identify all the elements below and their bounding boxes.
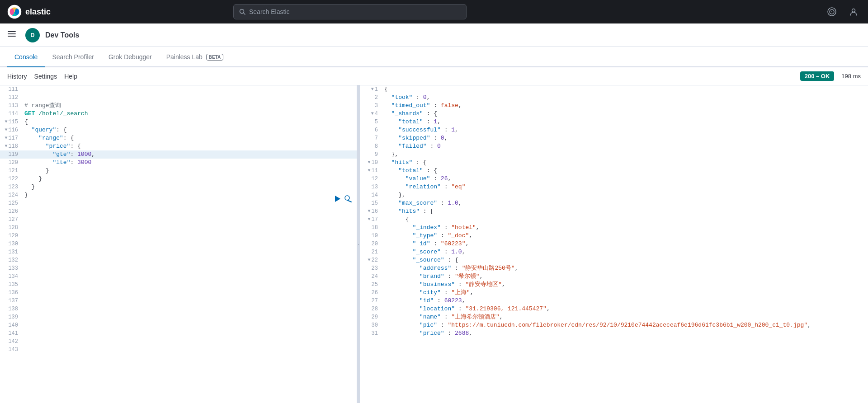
response-line-content: "_shards" : { [382, 110, 437, 118]
line-number: 113 [0, 102, 23, 110]
editor-line: 127 [0, 216, 357, 224]
editor-line: 114GET /hotel/_search [0, 110, 357, 118]
fold-arrow-icon[interactable]: ▼ [5, 142, 7, 150]
response-line: 24 "brand" : "希尔顿", [360, 272, 868, 281]
run-icon[interactable] [333, 195, 341, 205]
editor-line: 113# range查询 [0, 102, 357, 110]
code-editor[interactable]: 111112113# range查询114GET /hotel/_search▼… [0, 85, 357, 403]
response-line: 7 "skipped" : 0, [360, 134, 868, 142]
response-line-number: 12 [360, 175, 382, 183]
line-content: } [23, 183, 35, 191]
line-content: # range查询 [23, 102, 61, 110]
response-line-content: "timed_out" : false, [382, 102, 462, 110]
response-line-content: "name" : "上海希尔顿酒店", [382, 313, 503, 321]
response-line-number: 26 [360, 289, 382, 297]
fold-arrow-icon[interactable]: ▼ [5, 118, 7, 126]
user-icon[interactable] [846, 5, 861, 19]
response-line-number: 13 [360, 183, 382, 191]
line-number: ▼116 [0, 126, 23, 134]
line-number: 119 [0, 150, 23, 159]
response-line-number: 14 [360, 191, 382, 199]
line-number: 131 [0, 248, 23, 256]
response-line-content: "hits" : { [382, 159, 427, 167]
response-line: ▼1{ [360, 85, 868, 94]
svg-point-4 [15, 9, 19, 15]
response-line-content: "total" : { [382, 167, 437, 175]
tab-search-profiler[interactable]: Search Profiler [45, 47, 101, 67]
response-line-number: ▼4 [360, 110, 382, 118]
response-line-number: 27 [360, 297, 382, 305]
response-line-content: "total" : 1, [382, 118, 441, 126]
response-line-number: ▼10 [360, 159, 382, 167]
main-area: 111112113# range查询114GET /hotel/_search▼… [0, 85, 868, 403]
svg-point-9 [831, 11, 832, 12]
alert-icon[interactable] [825, 5, 839, 19]
line-number: 137 [0, 297, 23, 305]
response-line: 15 "max_score" : 1.0, [360, 199, 868, 207]
fold-arrow-icon[interactable]: ▼ [5, 126, 7, 134]
response-line: 26 "city" : "上海", [360, 289, 868, 297]
line-number: 139 [0, 313, 23, 321]
line-content: { [23, 118, 28, 126]
history-button[interactable]: History [7, 73, 27, 80]
response-line-number: ▼16 [360, 207, 382, 216]
response-line-number: 30 [360, 321, 382, 329]
response-line-content: { [382, 85, 388, 94]
fold-arrow-icon[interactable]: ▼ [368, 207, 371, 216]
response-line: 2 "took" : 0, [360, 94, 868, 102]
tab-console[interactable]: Console [7, 47, 45, 67]
tabs-bar: Console Search Profiler Grok Debugger Pa… [0, 47, 868, 67]
user-avatar[interactable]: D [25, 28, 40, 42]
response-line-number: 18 [360, 224, 382, 232]
response-line: 25 "business" : "静安寺地区", [360, 281, 868, 289]
fold-arrow-icon[interactable]: ▼ [368, 216, 371, 224]
hamburger-menu[interactable] [7, 29, 16, 41]
fold-arrow-icon[interactable]: ▼ [368, 256, 371, 264]
response-line-number: 24 [360, 272, 382, 281]
response-line-content: }, [382, 191, 406, 199]
line-number: 130 [0, 240, 23, 248]
editor-line: 129 [0, 232, 357, 240]
fold-arrow-icon[interactable]: ▼ [368, 159, 371, 167]
response-line: 3 "timed_out" : false, [360, 102, 868, 110]
svg-marker-14 [335, 196, 340, 202]
line-number: 125 [0, 199, 23, 207]
line-number: 114 [0, 110, 23, 118]
help-button[interactable]: Help [64, 73, 77, 80]
editor-action-icons [333, 195, 352, 205]
svg-point-10 [852, 9, 855, 12]
editor-line: 139 [0, 313, 357, 321]
response-line-content: { [382, 216, 409, 224]
editor-line: 124} [0, 191, 357, 199]
fold-arrow-icon[interactable]: ▼ [5, 134, 7, 142]
response-line: 29 "name" : "上海希尔顿酒店", [360, 313, 868, 321]
editor-line: 112 [0, 94, 357, 102]
fold-arrow-icon[interactable]: ▼ [368, 167, 371, 175]
editor-line: 138 [0, 305, 357, 313]
response-line-content: "took" : 0, [382, 94, 430, 102]
fold-arrow-icon[interactable]: ▼ [371, 85, 374, 94]
settings-button[interactable]: Settings [34, 73, 57, 80]
tab-grok-debugger[interactable]: Grok Debugger [101, 47, 159, 67]
response-line: 14 }, [360, 191, 868, 199]
editor-line: 136 [0, 289, 357, 297]
line-number: ▼115 [0, 118, 23, 126]
elastic-logo[interactable]: elastic [7, 5, 51, 19]
tab-painless-lab[interactable]: Painless Lab BETA [159, 47, 231, 67]
response-line-content: "city" : "上海", [382, 289, 474, 297]
response-line-content: "brand" : "希尔顿", [382, 272, 483, 281]
fold-arrow-icon[interactable]: ▼ [371, 110, 374, 118]
response-line-number: 31 [360, 329, 382, 337]
response-line: 12 "value" : 26, [360, 175, 868, 183]
response-line-content: "relation" : "eq" [382, 183, 465, 191]
line-content: "lte": 3000 [23, 159, 91, 167]
line-content: "range": { [23, 134, 74, 142]
response-line-number: 23 [360, 264, 382, 272]
response-line: 18 "_index" : "hotel", [360, 224, 868, 232]
wrench-icon[interactable] [344, 195, 352, 205]
response-code[interactable]: ▼1{2 "took" : 0,3 "timed_out" : false,▼4… [360, 85, 868, 403]
line-number: 142 [0, 337, 23, 346]
global-search-bar[interactable]: Search Elastic [233, 4, 467, 19]
response-line: 20 "_id" : "60223", [360, 240, 868, 248]
response-line-number: 6 [360, 126, 382, 134]
